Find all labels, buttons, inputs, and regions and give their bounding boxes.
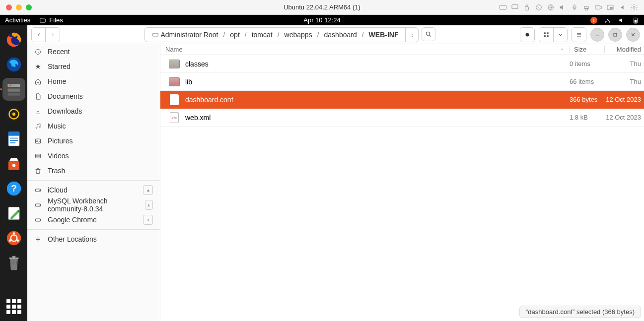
dock-help[interactable]: ? (2, 177, 25, 200)
folder-icon (39, 17, 46, 24)
sidebar-item-downloads[interactable]: Downloads (27, 104, 160, 119)
sidebar-item-pictures[interactable]: Pictures (27, 133, 160, 148)
volume-icon[interactable] (618, 17, 625, 24)
eject-button[interactable] (143, 215, 153, 225)
dock-text-editor[interactable] (2, 202, 25, 225)
gear-icon[interactable] (630, 3, 638, 11)
dock-firefox[interactable] (2, 28, 25, 51)
dock-files[interactable] (2, 78, 25, 101)
svg-rect-22 (7, 93, 20, 96)
file-row[interactable]: dashboard.conf366 bytes12 Oct 2023 (160, 91, 644, 109)
sidebar-item-label: Starred (48, 63, 71, 70)
dock-rhythmbox[interactable] (2, 103, 25, 126)
drive-icon (34, 187, 42, 194)
breadcrumb-webapps[interactable]: webapps (283, 31, 314, 39)
notification-alert-icon[interactable]: ! (590, 17, 597, 24)
play-left-icon[interactable] (618, 3, 626, 11)
file-list: classes0 itemsThulib66 itemsThudashboard… (160, 55, 644, 321)
svg-point-48 (412, 36, 413, 37)
breadcrumb-webinf[interactable]: WEB-INF (367, 31, 401, 39)
sidebar-item-trash[interactable]: Trash (27, 163, 160, 178)
macos-titlebar: Ubuntu 22.04.2 ARM64 (1) (0, 0, 644, 15)
search-button[interactable] (422, 27, 435, 41)
picture-in-picture-icon[interactable] (606, 3, 614, 11)
sidebar-item-starred[interactable]: Starred (27, 59, 160, 74)
file-size: 66 items (570, 78, 604, 85)
svg-point-74 (39, 190, 40, 190)
sidebar-item-documents[interactable]: Documents (27, 89, 160, 104)
volume-icon[interactable] (559, 3, 567, 11)
globe-icon[interactable] (547, 3, 555, 11)
eject-button[interactable] (145, 200, 153, 210)
lock-icon[interactable] (523, 3, 531, 11)
battery-icon[interactable] (632, 17, 639, 24)
view-grid-button[interactable] (539, 28, 553, 42)
svg-rect-60 (614, 33, 617, 36)
window-close[interactable] (626, 28, 640, 42)
dock-show-applications[interactable] (6, 299, 21, 314)
forward-button[interactable] (46, 28, 60, 42)
file-row[interactable]: lib66 itemsThu (160, 73, 644, 91)
window-close-button[interactable] (6, 4, 12, 10)
clock[interactable]: Apr 10 12:24 (303, 16, 340, 24)
dock-trash[interactable] (2, 252, 25, 274)
breadcrumb-root[interactable]: Administrator Root (150, 31, 220, 39)
window-minimize[interactable] (590, 28, 604, 42)
mic-icon[interactable] (571, 3, 578, 11)
svg-rect-23 (9, 85, 11, 86)
sidebar-item-mysql-workbench-community-8-0-34[interactable]: MySQL Workbench community-8.0.34 (27, 197, 160, 212)
macos-menubar-icons (499, 3, 644, 11)
dock-software[interactable] (2, 152, 25, 175)
svg-point-39 (12, 232, 15, 235)
sidebar-item-label: Recent (48, 48, 70, 56)
sidebar-item-icloud[interactable]: iCloud (27, 183, 160, 197)
window-minimize-button[interactable] (16, 4, 22, 10)
window-maximize[interactable] (608, 28, 622, 42)
column-header-size[interactable]: Size (570, 46, 604, 53)
dock-libreoffice-writer[interactable] (2, 128, 25, 150)
breadcrumb-dashboard[interactable]: dashboard (322, 31, 359, 39)
svg-rect-17 (635, 19, 637, 22)
activities-button[interactable]: Activities (5, 16, 30, 24)
file-row[interactable]: web.xml1.8 kB12 Oct 2023 (160, 109, 644, 127)
sidebar-item-google-chrome[interactable]: Google Chrome (27, 212, 160, 227)
sidebar-item-videos[interactable]: Videos (27, 148, 160, 163)
other-locations-label: Other Locations (48, 235, 97, 243)
sidebar-item-recent[interactable]: Recent (27, 44, 160, 59)
column-header-modified[interactable]: Modified (604, 46, 644, 53)
dock-ubuntu[interactable] (2, 227, 25, 250)
svg-rect-66 (36, 139, 41, 143)
keyboard-icon[interactable] (499, 3, 507, 11)
circle-slash-icon[interactable] (535, 3, 543, 11)
gnome-top-bar: Activities Files Apr 10 12:24 ! (0, 15, 644, 25)
file-modified: Thu (604, 60, 644, 67)
sidebar-item-home[interactable]: Home (27, 74, 160, 89)
back-button[interactable] (32, 28, 46, 42)
file-modified: 12 Oct 2023 (604, 114, 644, 121)
hamburger-menu-button[interactable] (572, 28, 586, 42)
column-header-name[interactable]: Name (160, 46, 570, 53)
path-more-button[interactable] (405, 28, 418, 42)
network-icon[interactable] (604, 17, 611, 24)
svg-rect-9 (595, 5, 600, 9)
svg-point-49 (427, 32, 430, 35)
display-icon[interactable] (511, 3, 519, 11)
dock-thunderbird[interactable] (2, 53, 25, 76)
camera-icon[interactable] (594, 3, 602, 11)
eject-button[interactable] (143, 185, 153, 195)
window-maximize-button[interactable] (26, 4, 32, 10)
printer-icon[interactable] (582, 3, 590, 11)
breadcrumb-tomcat[interactable]: tomcat (250, 31, 275, 39)
current-app-indicator[interactable]: Files (39, 16, 63, 24)
view-record-button[interactable] (520, 28, 534, 42)
sidebar-other-locations[interactable]: Other Locations (27, 232, 160, 247)
file-row[interactable]: classes0 itemsThu (160, 55, 644, 73)
documents-icon (34, 93, 42, 100)
home-icon (34, 78, 42, 85)
svg-point-12 (633, 6, 635, 8)
disk-icon (152, 31, 159, 38)
breadcrumb-opt[interactable]: opt (228, 31, 241, 39)
view-dropdown-button[interactable] (553, 28, 567, 42)
sidebar-item-label: Music (48, 122, 66, 130)
sidebar-item-music[interactable]: Music (27, 119, 160, 133)
